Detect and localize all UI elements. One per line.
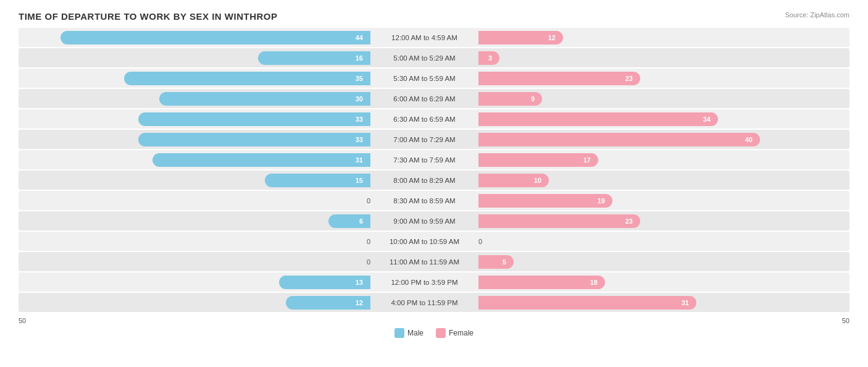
female-side: 19 bbox=[478, 191, 830, 210]
male-bar-label: 33 bbox=[351, 116, 367, 123]
chart-container: TIME OF DEPARTURE TO WORK BY SEX IN WINT… bbox=[0, 0, 868, 367]
male-side: 33 bbox=[19, 130, 370, 149]
source-text: Source: ZipAtlas.com bbox=[785, 11, 849, 19]
female-bar-label: 23 bbox=[621, 75, 637, 82]
female-bar: 17 bbox=[478, 153, 598, 167]
male-bar: 15 bbox=[265, 174, 370, 187]
table-row: 69:00 AM to 9:59 AM23 bbox=[19, 211, 849, 230]
male-side: 12 bbox=[19, 293, 370, 312]
male-bar-label: 31 bbox=[351, 156, 367, 164]
table-row: 011:00 AM to 11:59 AM5 bbox=[19, 252, 849, 271]
female-bar: 23 bbox=[478, 72, 640, 85]
female-side: 34 bbox=[478, 109, 830, 129]
female-bar: 40 bbox=[478, 133, 760, 146]
female-side: 18 bbox=[478, 272, 830, 292]
male-bar: 30 bbox=[159, 92, 370, 106]
female-side: 5 bbox=[478, 252, 830, 271]
legend-male-color bbox=[394, 328, 404, 338]
axis-bottom: 50 50 bbox=[19, 314, 849, 324]
male-bar-label: 6 bbox=[355, 217, 367, 225]
table-row: 317:30 AM to 7:59 AM17 bbox=[19, 150, 849, 169]
axis-left-label: 50 bbox=[19, 317, 26, 324]
table-row: 08:30 AM to 8:59 AM19 bbox=[19, 191, 849, 210]
table-row: 337:00 AM to 7:29 AM40 bbox=[19, 130, 849, 149]
chart-area: 4412:00 AM to 4:59 AM12165:00 AM to 5:29… bbox=[19, 28, 849, 312]
legend-female: Female bbox=[436, 328, 474, 338]
table-row: 158:00 AM to 8:29 AM10 bbox=[19, 171, 849, 190]
time-label: 12:00 AM to 4:59 AM bbox=[370, 34, 478, 41]
table-row: 010:00 AM to 10:59 AM0 bbox=[19, 232, 849, 251]
female-side: 40 bbox=[478, 130, 830, 149]
male-bar-label: 16 bbox=[351, 54, 367, 62]
male-side: 15 bbox=[19, 171, 370, 190]
female-bar: 31 bbox=[478, 296, 696, 310]
female-side: 12 bbox=[478, 28, 830, 47]
male-bar-label: 12 bbox=[351, 299, 367, 306]
female-bar-label: 10 bbox=[530, 177, 546, 184]
time-label: 10:00 AM to 10:59 AM bbox=[370, 238, 478, 245]
female-side: 3 bbox=[478, 48, 830, 67]
time-label: 8:00 AM to 8:29 AM bbox=[370, 177, 478, 184]
female-bar: 19 bbox=[478, 194, 612, 208]
female-bar: 12 bbox=[478, 31, 563, 44]
time-label: 12:00 PM to 3:59 PM bbox=[370, 279, 478, 286]
table-row: 355:30 AM to 5:59 AM23 bbox=[19, 69, 849, 88]
time-label: 4:00 PM to 11:59 PM bbox=[370, 299, 478, 306]
female-side: 17 bbox=[478, 150, 830, 169]
male-bar: 35 bbox=[124, 72, 370, 85]
time-label: 8:30 AM to 8:59 AM bbox=[370, 197, 478, 205]
male-side: 6 bbox=[19, 211, 370, 230]
time-label: 7:00 AM to 7:29 AM bbox=[370, 136, 478, 143]
time-label: 11:00 AM to 11:59 AM bbox=[370, 258, 478, 266]
female-bar-label: 9 bbox=[527, 95, 539, 103]
male-bar: 13 bbox=[279, 276, 370, 289]
time-label: 5:30 AM to 5:59 AM bbox=[370, 75, 478, 82]
female-bar: 9 bbox=[478, 92, 542, 106]
table-row: 336:30 AM to 6:59 AM34 bbox=[19, 109, 849, 129]
time-label: 5:00 AM to 5:29 AM bbox=[370, 54, 478, 62]
male-bar: 6 bbox=[328, 214, 370, 228]
female-bar-label: 5 bbox=[498, 258, 511, 266]
table-row: 1312:00 PM to 3:59 PM18 bbox=[19, 272, 849, 292]
male-bar-label: 30 bbox=[351, 95, 367, 103]
male-bar-label: 33 bbox=[351, 136, 367, 143]
time-label: 6:30 AM to 6:59 AM bbox=[370, 116, 478, 123]
female-bar-label: 17 bbox=[579, 156, 595, 164]
male-bar: 12 bbox=[286, 296, 370, 310]
male-side: 0 bbox=[19, 191, 370, 210]
table-row: 4412:00 AM to 4:59 AM12 bbox=[19, 28, 849, 47]
female-bar-label: 3 bbox=[484, 54, 496, 62]
chart-title: TIME OF DEPARTURE TO WORK BY SEX IN WINT… bbox=[19, 11, 849, 22]
female-bar-label: 40 bbox=[741, 136, 757, 143]
male-bar-label: 35 bbox=[351, 75, 367, 82]
male-side: 33 bbox=[19, 109, 370, 129]
male-bar: 33 bbox=[138, 133, 370, 146]
male-side: 44 bbox=[19, 28, 370, 47]
table-row: 124:00 PM to 11:59 PM31 bbox=[19, 293, 849, 312]
male-bar-label: 44 bbox=[351, 34, 367, 41]
male-side: 13 bbox=[19, 272, 370, 292]
female-bar-label: 12 bbox=[544, 34, 560, 41]
male-side: 31 bbox=[19, 150, 370, 169]
table-row: 306:00 AM to 6:29 AM9 bbox=[19, 89, 849, 108]
male-bar-label: 15 bbox=[351, 177, 367, 184]
female-bar: 34 bbox=[478, 112, 718, 126]
male-bar-label: 13 bbox=[351, 279, 367, 286]
female-zero-label: 0 bbox=[478, 238, 482, 245]
female-side: 23 bbox=[478, 211, 830, 230]
male-bar: 44 bbox=[61, 31, 370, 44]
female-bar: 3 bbox=[478, 51, 499, 65]
female-side: 9 bbox=[478, 89, 830, 108]
male-bar: 16 bbox=[258, 51, 370, 65]
female-bar: 18 bbox=[478, 276, 605, 289]
table-row: 165:00 AM to 5:29 AM3 bbox=[19, 48, 849, 67]
female-side: 31 bbox=[478, 293, 830, 312]
female-bar-label: 19 bbox=[593, 197, 609, 205]
male-side: 0 bbox=[19, 232, 370, 251]
legend-male: Male bbox=[394, 328, 424, 338]
female-side: 10 bbox=[478, 171, 830, 190]
female-bar: 10 bbox=[478, 174, 549, 187]
time-label: 7:30 AM to 7:59 AM bbox=[370, 156, 478, 164]
female-bar-label: 18 bbox=[586, 279, 602, 286]
male-side: 30 bbox=[19, 89, 370, 108]
